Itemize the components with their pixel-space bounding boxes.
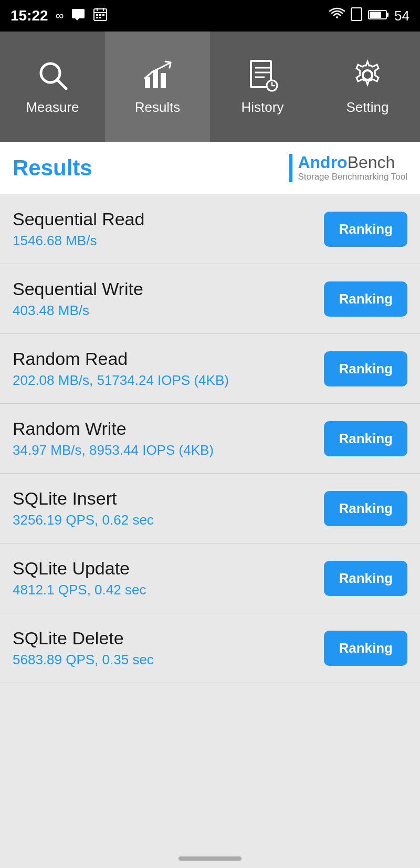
status-left: 15:22 ∞ [10, 7, 108, 25]
tab-measure-label: Measure [26, 99, 79, 116]
battery-level: 54 [394, 8, 410, 24]
results-title: Results [13, 155, 92, 181]
result-sqlite-update: SQLite Update 4812.1 QPS, 0.42 sec Ranki… [0, 543, 420, 613]
chart-icon [141, 58, 175, 94]
gear-icon [351, 58, 385, 94]
svg-rect-5 [99, 14, 101, 16]
svg-rect-11 [387, 13, 388, 17]
tab-results[interactable]: Results [105, 32, 210, 142]
result-value-sqlite-update: 4812.1 QPS, 0.42 sec [13, 582, 324, 598]
result-list: Sequential Read 1546.68 MB/s Ranking Seq… [0, 194, 420, 683]
logo-subtitle: Storage Benchmarking Tool [298, 172, 407, 182]
status-bar: 15:22 ∞ [0, 0, 420, 32]
svg-line-14 [57, 80, 66, 89]
bottom-indicator [0, 841, 420, 868]
message-icon [71, 7, 86, 25]
logo-dark-text: Bench [348, 153, 395, 172]
search-icon [36, 58, 70, 94]
result-value-random-read: 202.08 MB/s, 51734.24 IOPS (4KB) [13, 372, 324, 389]
result-info-random-write: Random Write 34.97 MB/s, 8953.44 IOPS (4… [13, 419, 324, 458]
result-info-sqlite-insert: SQLite Insert 3256.19 QPS, 0.62 sec [13, 488, 324, 528]
ranking-button-sqlite-update[interactable]: Ranking [324, 561, 407, 596]
ranking-button-sqlite-delete[interactable]: Ranking [324, 631, 407, 666]
result-sequential-write: Sequential Write 403.48 MB/s Ranking [0, 264, 420, 334]
svg-rect-8 [99, 17, 101, 18]
phone-icon [350, 7, 363, 25]
result-name-sequential-read: Sequential Read [13, 209, 324, 229]
tab-setting-label: Setting [346, 99, 389, 116]
result-value-sequential-read: 1546.68 MB/s [13, 233, 324, 249]
result-value-sqlite-delete: 5683.89 QPS, 0.35 sec [13, 652, 324, 668]
svg-rect-9 [351, 8, 362, 20]
tab-setting[interactable]: Setting [315, 32, 420, 142]
result-name-sqlite-update: SQLite Update [13, 558, 324, 579]
result-name-sequential-write: Sequential Write [13, 279, 324, 299]
svg-rect-16 [153, 70, 158, 88]
svg-rect-12 [370, 12, 381, 18]
infinity-icon: ∞ [56, 9, 64, 23]
battery-icon [368, 8, 389, 24]
tab-results-label: Results [135, 99, 181, 116]
result-name-random-read: Random Read [13, 349, 324, 369]
result-sequential-read: Sequential Read 1546.68 MB/s Ranking [0, 194, 420, 264]
document-icon [246, 58, 280, 94]
result-name-sqlite-delete: SQLite Delete [13, 628, 324, 649]
ranking-button-sqlite-insert[interactable]: Ranking [324, 491, 407, 526]
result-info-sequential-write: Sequential Write 403.48 MB/s [13, 279, 324, 319]
tab-history-label: History [242, 99, 284, 116]
result-value-sequential-write: 403.48 MB/s [13, 302, 324, 319]
ranking-button-sequential-write[interactable]: Ranking [324, 281, 407, 317]
status-right: 54 [329, 7, 410, 25]
svg-rect-6 [102, 14, 104, 16]
svg-rect-7 [96, 17, 98, 18]
result-info-random-read: Random Read 202.08 MB/s, 51734.24 IOPS (… [13, 349, 324, 389]
result-name-sqlite-insert: SQLite Insert [13, 488, 324, 509]
logo-text-container: AndroBench Storage Benchmarking Tool [298, 153, 407, 182]
logo-main: AndroBench [298, 153, 395, 172]
results-header: Results AndroBench Storage Benchmarking … [0, 142, 420, 194]
ranking-button-random-read[interactable]: Ranking [324, 351, 407, 386]
svg-rect-4 [96, 14, 98, 16]
result-name-random-write: Random Write [13, 419, 324, 439]
logo-bar [289, 154, 292, 182]
tab-history[interactable]: History [210, 32, 315, 142]
logo-blue-text: Andro [298, 153, 347, 172]
nav-tabs: Measure Results Histor [0, 32, 420, 142]
home-indicator-bar [178, 856, 242, 861]
svg-rect-17 [161, 73, 166, 88]
status-time: 15:22 [10, 7, 48, 24]
bottom-spacer [0, 683, 420, 841]
result-info-sqlite-delete: SQLite Delete 5683.89 QPS, 0.35 sec [13, 628, 324, 668]
result-random-read: Random Read 202.08 MB/s, 51734.24 IOPS (… [0, 334, 420, 404]
result-random-write: Random Write 34.97 MB/s, 8953.44 IOPS (4… [0, 404, 420, 474]
result-value-random-write: 34.97 MB/s, 8953.44 IOPS (4KB) [13, 442, 324, 458]
wifi-icon [329, 7, 345, 25]
ranking-button-random-write[interactable]: Ranking [324, 421, 407, 456]
result-info-sequential-read: Sequential Read 1546.68 MB/s [13, 209, 324, 249]
result-info-sqlite-update: SQLite Update 4812.1 QPS, 0.42 sec [13, 558, 324, 598]
result-value-sqlite-insert: 3256.19 QPS, 0.62 sec [13, 512, 324, 528]
result-sqlite-insert: SQLite Insert 3256.19 QPS, 0.62 sec Rank… [0, 474, 420, 543]
calendar-icon [93, 7, 108, 25]
tab-measure[interactable]: Measure [0, 32, 105, 142]
androbench-logo: AndroBench Storage Benchmarking Tool [289, 153, 407, 182]
svg-point-25 [363, 70, 372, 80]
result-sqlite-delete: SQLite Delete 5683.89 QPS, 0.35 sec Rank… [0, 613, 420, 683]
ranking-button-sequential-read[interactable]: Ranking [324, 212, 407, 247]
